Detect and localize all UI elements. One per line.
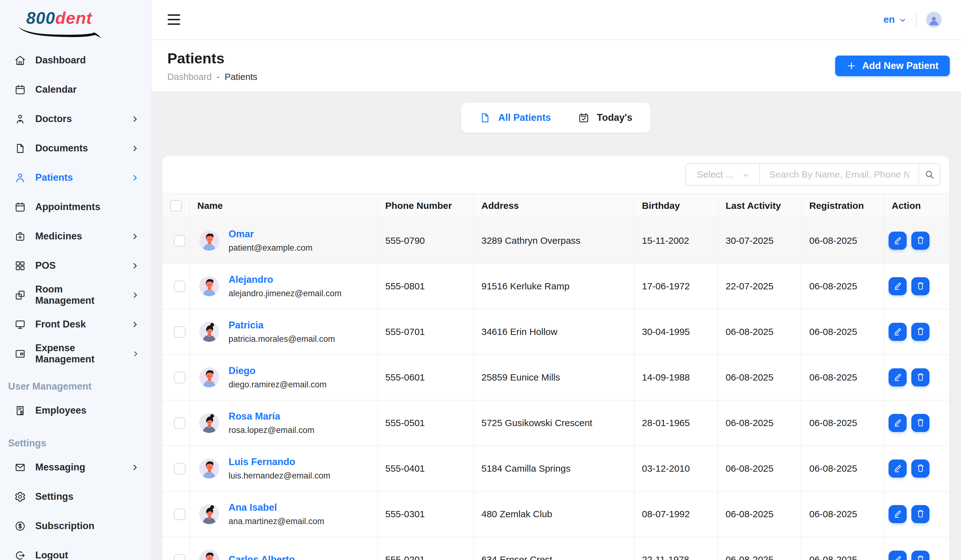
logo-800: 800: [26, 8, 55, 27]
filter-select[interactable]: Select ...: [686, 164, 760, 185]
delete-patient-button[interactable]: [911, 232, 929, 250]
sidebar-item-appointments[interactable]: Appointments: [0, 192, 151, 221]
row-checkbox[interactable]: [174, 372, 185, 383]
patient-name-link[interactable]: Carlos Alberto: [228, 554, 295, 560]
sidebar-item-subscription[interactable]: Subscription: [0, 511, 151, 541]
patient-registration: 06-08-2025: [802, 492, 884, 537]
mail-icon: [14, 462, 26, 473]
sidebar-item-logout[interactable]: Logout: [0, 541, 151, 560]
row-actions-cell: [884, 537, 949, 560]
female-avatar: [199, 413, 219, 433]
edit-patient-button[interactable]: [889, 550, 907, 560]
select-all-checkbox[interactable]: [170, 200, 182, 212]
sidebar-item-expense-management[interactable]: Expense Management: [0, 339, 151, 368]
delete-patient-button[interactable]: [911, 277, 929, 295]
search-button[interactable]: [919, 164, 940, 185]
add-new-patient-button[interactable]: Add New Patient: [835, 56, 950, 76]
table-row-alejandro: Alejandroalejandro.jimenez@email.com555-…: [162, 264, 949, 309]
breadcrumb-dashboard[interactable]: Dashboard: [167, 72, 212, 82]
patient-name-link[interactable]: Ana Isabel: [228, 502, 325, 513]
column-header-last-activity: Last Activity: [718, 194, 802, 218]
patient-address: 5725 Gusikowski Crescent: [474, 401, 635, 445]
edit-patient-button[interactable]: [889, 505, 907, 523]
patients-table: NamePhone NumberAddressBirthdayLast Acti…: [162, 193, 949, 560]
patient-name-link[interactable]: Luis Fernando: [228, 456, 330, 468]
delete-icon: [916, 554, 926, 560]
delete-icon: [916, 372, 926, 383]
delete-patient-button[interactable]: [911, 323, 929, 341]
tab-today-s[interactable]: Today's: [578, 112, 633, 124]
sidebar-item-calendar[interactable]: Calendar: [0, 75, 151, 104]
patient-email: rosa.lopez@email.com: [228, 425, 314, 435]
brand-logo[interactable]: 800dent: [0, 0, 151, 41]
column-header-registration: Registration: [802, 194, 884, 218]
row-checkbox[interactable]: [174, 509, 185, 520]
sidebar-item-label: Messaging: [35, 462, 85, 473]
patient-name-cell: Patriciapatricia.morales@email.com: [190, 309, 378, 354]
delete-icon: [916, 327, 926, 337]
sidebar-item-doctors[interactable]: Doctors: [0, 104, 151, 133]
row-checkbox[interactable]: [174, 281, 185, 292]
topbar: en: [152, 0, 961, 40]
tab-all-patients[interactable]: All Patients: [479, 112, 551, 124]
table-row-diego: Diegodiego.ramirez@email.com555-06012585…: [162, 355, 949, 401]
sidebar-item-label: Documents: [35, 143, 88, 154]
edit-patient-button[interactable]: [889, 414, 907, 432]
sidebar-item-medicines[interactable]: Medicines: [0, 221, 151, 251]
edit-patient-button[interactable]: [889, 323, 907, 341]
sidebar-item-label: Medicines: [35, 231, 82, 242]
patient-name-link[interactable]: Rosa María: [228, 411, 314, 422]
edit-patient-button[interactable]: [889, 368, 907, 387]
edit-patient-button[interactable]: [889, 459, 907, 478]
language-selector[interactable]: en: [884, 14, 907, 25]
patient-name-link[interactable]: Alejandro: [228, 274, 342, 285]
sidebar-item-messaging[interactable]: Messaging: [0, 452, 151, 482]
sidebar-item-dashboard[interactable]: Dashboard: [0, 46, 151, 75]
row-checkbox-cell: [162, 537, 190, 560]
patient-name-block: Alejandroalejandro.jimenez@email.com: [228, 274, 342, 298]
patient-name-cell: Carlos Alberto: [190, 537, 378, 560]
row-checkbox[interactable]: [174, 417, 185, 429]
delete-patient-button[interactable]: [911, 368, 929, 387]
row-checkbox-cell: [162, 218, 190, 263]
delete-patient-button[interactable]: [911, 459, 929, 478]
grid-icon: [14, 260, 26, 271]
sidebar-item-patients[interactable]: Patients: [0, 163, 151, 192]
patient-name-cell: Ana Isabelana.martinez@email.com: [190, 492, 378, 537]
patient-last-activity: 06-08-2025: [718, 355, 802, 400]
sidebar-item-documents[interactable]: Documents: [0, 133, 151, 163]
delete-patient-button[interactable]: [911, 550, 929, 560]
chevron-right-icon: [132, 350, 139, 358]
row-checkbox[interactable]: [174, 326, 185, 338]
delete-patient-button[interactable]: [911, 505, 929, 523]
patient-phone: 555-0801: [378, 264, 474, 309]
user-avatar[interactable]: [926, 12, 942, 27]
expense-icon: [14, 348, 26, 359]
sidebar-item-room-management[interactable]: Room Management: [0, 280, 151, 310]
row-checkbox[interactable]: [174, 235, 185, 247]
sidebar-item-front-desk[interactable]: Front Desk: [0, 310, 151, 339]
patient-phone: 555-0501: [378, 401, 474, 445]
sidebar-item-settings[interactable]: Settings: [0, 482, 151, 511]
calendar-icon: [14, 201, 26, 213]
patient-name-link[interactable]: Patricia: [228, 319, 335, 331]
row-checkbox-cell: [162, 401, 190, 445]
patient-email: patient@example.com: [228, 243, 313, 253]
edit-patient-button[interactable]: [889, 277, 907, 295]
row-checkbox[interactable]: [174, 554, 185, 560]
patient-name-link[interactable]: Omar: [228, 228, 313, 240]
edit-patient-button[interactable]: [889, 232, 907, 250]
patient-name-cell: Alejandroalejandro.jimenez@email.com: [190, 264, 378, 309]
hamburger-menu-button[interactable]: [167, 14, 181, 26]
delete-patient-button[interactable]: [911, 414, 929, 432]
search-input[interactable]: [760, 164, 919, 185]
person-icon: [927, 14, 940, 27]
patient-birthday: 03-12-2010: [635, 446, 718, 491]
edit-icon: [893, 554, 903, 560]
patient-email: diego.ramirez@email.com: [228, 380, 326, 390]
row-checkbox[interactable]: [174, 463, 185, 475]
chevron-right-icon: [131, 144, 139, 152]
patient-name-link[interactable]: Diego: [228, 365, 326, 377]
sidebar-item-pos[interactable]: POS: [0, 251, 151, 280]
sidebar-item-employees[interactable]: Employees: [0, 396, 151, 425]
